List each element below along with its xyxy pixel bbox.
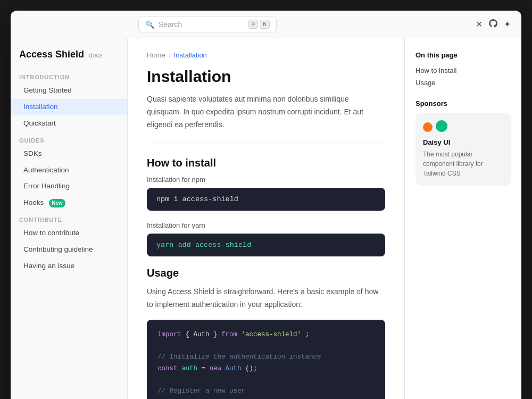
settings-icon[interactable]: ✦	[504, 19, 511, 29]
github-icon[interactable]	[489, 19, 497, 30]
brand-name: Access Shield docs	[19, 49, 102, 60]
brand-docs-label: docs	[89, 52, 102, 59]
right-sidebar: On this page How to install Usage Sponso…	[404, 38, 521, 399]
yarn-command: yarn add access-shield	[156, 241, 251, 249]
code-line-const: const auth = new Auth ();	[157, 363, 375, 375]
search-shortcut: ⌘ K	[248, 20, 270, 29]
sponsor-logo-orange-dot	[423, 122, 433, 132]
sidebar-item-installation[interactable]: Installation	[11, 99, 127, 115]
sponsor-description: The most popular component library for T…	[423, 149, 503, 178]
code-comment-2: // Register a new user	[157, 386, 375, 397]
section-introduction: Introduction	[11, 69, 127, 82]
sidebar-item-quickstart[interactable]: Quickstart	[11, 115, 127, 132]
sponsor-logo	[423, 120, 503, 132]
topbar: 🔍 Search ⌘ K ✕ ✦	[11, 11, 521, 38]
toc-title: On this page	[415, 51, 511, 59]
npm-command: npm i access-shield	[156, 195, 238, 203]
breadcrumb-home[interactable]: Home	[147, 51, 165, 59]
layout: Access Shield docs Introduction Getting …	[11, 38, 521, 399]
sidebar-item-having-an-issue[interactable]: Having an issue	[11, 258, 127, 275]
sidebar-item-error-handling[interactable]: Error Handling	[11, 178, 127, 195]
how-to-install-title: How to install	[147, 157, 385, 169]
x-icon[interactable]: ✕	[476, 19, 483, 29]
sidebar-item-hooks[interactable]: Hooks New	[11, 195, 127, 211]
sidebar-item-getting-started[interactable]: Getting Started	[11, 82, 127, 99]
breadcrumb-current: Installation	[174, 51, 207, 59]
page-title: Installation	[147, 68, 385, 86]
usage-title: Usage	[147, 267, 385, 279]
breadcrumb-separator: ›	[169, 52, 171, 59]
yarn-label: Installation for yarn	[147, 221, 385, 229]
sponsor-card[interactable]: Daisy UI The most popular component libr…	[415, 113, 511, 186]
search-label: Search	[159, 20, 244, 29]
code-line-import: import { Auth } from 'access-shield' ;	[157, 329, 375, 340]
new-badge: New	[49, 199, 65, 207]
usage-code-block: import { Auth } from 'access-shield' ; /…	[147, 320, 385, 399]
toc-item-how-to-install[interactable]: How to install	[415, 64, 511, 77]
npm-label: Installation for npm	[147, 176, 385, 184]
section-guides: Guides	[11, 132, 127, 146]
sidebar-item-authentication[interactable]: Authentication	[11, 162, 127, 179]
sidebar-item-contributing-guideline[interactable]: Contributing guideline	[11, 242, 127, 258]
topbar-right: ✕ ✦	[476, 19, 511, 30]
search-bar[interactable]: 🔍 Search ⌘ K	[138, 16, 277, 32]
sponsor-name: Daisy UI	[423, 138, 503, 146]
npm-code-block: npm i access-shield	[147, 188, 385, 211]
main-content: Home › Installation Installation Quasi s…	[128, 38, 404, 399]
divider	[147, 144, 385, 144]
k-key: K	[260, 20, 270, 29]
toc-item-usage[interactable]: Usage	[415, 77, 511, 89]
sponsor-logo-green-dot	[436, 120, 447, 132]
usage-description: Using Access Shield is straightforward. …	[147, 286, 385, 311]
sidebar: Access Shield docs Introduction Getting …	[11, 38, 128, 399]
breadcrumb: Home › Installation	[147, 51, 385, 59]
code-line-register: auth . register ( 'username' , 'password…	[157, 397, 375, 399]
code-comment-1: // Initialize the authentication instanc…	[157, 352, 375, 363]
page-description: Quasi sapiente voluptates aut minima non…	[147, 93, 385, 131]
yarn-code-block: yarn add access-shield	[147, 234, 385, 256]
brand: Access Shield docs	[11, 49, 127, 69]
search-icon: 🔍	[145, 20, 154, 29]
sidebar-item-sdks[interactable]: SDKs	[11, 146, 127, 162]
cmd-key: ⌘	[248, 20, 259, 29]
sidebar-item-how-to-contribute[interactable]: How to contribute	[11, 225, 127, 242]
section-contribute: Contribute	[11, 211, 127, 225]
sponsors-title: Sponsors	[415, 99, 511, 107]
